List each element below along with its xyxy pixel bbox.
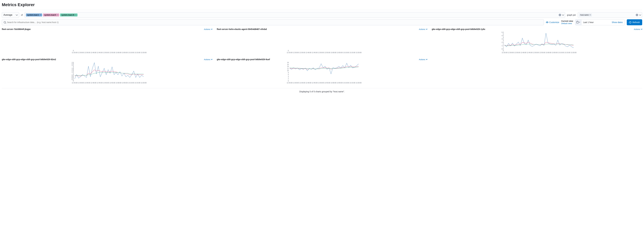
- svg-text:1.4: 1.4: [72, 70, 74, 72]
- chart-plot[interactable]: 00.511.522.533.544.555.512:25:0012:30:00…: [432, 32, 642, 54]
- svg-text:12:45:00: 12:45:00: [312, 52, 318, 53]
- chart-card: fleet-server-helm-elastic-agent-59454d84…: [217, 28, 427, 55]
- svg-text:0: 0: [288, 50, 289, 51]
- svg-text:5: 5: [503, 33, 504, 35]
- search-icon: [4, 21, 6, 23]
- graph-per-input[interactable]: host.name× ×: [578, 12, 642, 18]
- svg-text:14: 14: [287, 66, 289, 67]
- svg-text:0.5: 0.5: [502, 48, 504, 50]
- chart-title: gke-edge-oblt-gcp-edge-oblt-gcp-pool-b6b…: [2, 58, 56, 61]
- current-view-label: Current view: [561, 20, 573, 22]
- chevron-down-icon: [562, 14, 564, 16]
- svg-text:12:30:00: 12:30:00: [293, 52, 299, 53]
- search-input-wrapper[interactable]: [2, 19, 544, 25]
- svg-text:12:25:00: 12:25:00: [72, 52, 78, 53]
- svg-text:2.5: 2.5: [502, 42, 504, 43]
- chart-actions-button[interactable]: Actions: [419, 28, 427, 30]
- svg-text:13:00:00: 13:00:00: [116, 82, 122, 84]
- svg-text:12:50:00: 12:50:00: [103, 52, 109, 53]
- svg-text:0: 0: [288, 80, 289, 82]
- metric-pill[interactable]: system.load.5×: [43, 13, 59, 16]
- search-input[interactable]: [7, 21, 542, 23]
- svg-text:3: 3: [503, 40, 504, 41]
- group-by-pill[interactable]: host.name×: [579, 13, 592, 16]
- metric-pill[interactable]: system.load.1×: [26, 13, 42, 16]
- clear-icon[interactable]: ×: [559, 14, 561, 16]
- actions-label: Actions: [419, 28, 425, 30]
- remove-icon[interactable]: ×: [590, 14, 591, 16]
- svg-text:12:30:00: 12:30:00: [293, 82, 299, 84]
- show-dates-link[interactable]: Show dates: [610, 21, 624, 23]
- svg-text:12:25:00: 12:25:00: [287, 52, 292, 53]
- svg-text:0.2: 0.2: [72, 79, 74, 80]
- date-picker[interactable]: Last 1 hour Show dates: [575, 19, 625, 25]
- refresh-icon: [629, 21, 631, 23]
- chart-plot[interactable]: 012:25:0012:30:0012:35:0012:40:0012:45:0…: [2, 32, 212, 54]
- remove-icon[interactable]: ×: [57, 14, 58, 16]
- svg-text:1.5: 1.5: [502, 45, 504, 47]
- svg-text:12:50:00: 12:50:00: [103, 82, 109, 84]
- svg-text:12:55:00: 12:55:00: [324, 52, 330, 53]
- svg-text:12:35:00: 12:35:00: [84, 52, 90, 53]
- actions-label: Actions: [634, 28, 640, 30]
- svg-text:12:30:00: 12:30:00: [78, 82, 84, 84]
- svg-text:2: 2: [288, 78, 289, 80]
- svg-text:13:15:00: 13:15:00: [564, 52, 570, 53]
- svg-text:12:50:00: 12:50:00: [318, 52, 324, 53]
- series-system.load.5: [290, 66, 358, 69]
- chevron-down-icon: [16, 14, 18, 16]
- chart-card: gke-edge-oblt-gcp-edge-oblt-gcp-pool-b6b…: [432, 28, 642, 55]
- svg-text:13:10:00: 13:10:00: [128, 82, 134, 84]
- svg-text:0: 0: [73, 80, 74, 82]
- chevron-down-icon: [211, 58, 212, 60]
- date-range-value: Last 1 hour: [581, 21, 610, 23]
- svg-text:4: 4: [503, 36, 504, 38]
- chart-actions-button[interactable]: Actions: [634, 28, 642, 30]
- eye-icon: [546, 21, 548, 23]
- remove-icon[interactable]: ×: [75, 14, 76, 16]
- svg-text:13:05:00: 13:05:00: [122, 82, 128, 84]
- remove-icon[interactable]: ×: [40, 14, 41, 16]
- svg-text:13:05:00: 13:05:00: [552, 52, 558, 53]
- svg-text:12:35:00: 12:35:00: [514, 52, 520, 53]
- chart-plot[interactable]: 012:25:0012:30:0012:35:0012:40:0012:45:0…: [217, 32, 427, 54]
- svg-text:12:50:00: 12:50:00: [533, 52, 539, 53]
- customize-button[interactable]: Customize: [546, 21, 559, 23]
- chart-actions-button[interactable]: Actions: [419, 58, 427, 61]
- divider: [2, 88, 642, 88]
- series-system.load.1: [75, 63, 144, 79]
- svg-text:0: 0: [73, 50, 74, 51]
- calendar-button[interactable]: [575, 19, 581, 25]
- svg-text:13:15:00: 13:15:00: [350, 82, 355, 84]
- chart-title: fleet-server-7dc69844f-jkqgw: [2, 28, 30, 30]
- default-view-link[interactable]: Default view: [561, 22, 573, 25]
- svg-text:12:55:00: 12:55:00: [324, 82, 330, 84]
- chevron-down-icon: [211, 28, 212, 30]
- svg-text:12:55:00: 12:55:00: [109, 52, 115, 53]
- chart-actions-button[interactable]: Actions: [204, 28, 212, 30]
- svg-text:13:05:00: 13:05:00: [337, 52, 343, 53]
- chart-plot[interactable]: 00.20.40.60.811.21.41.61.822.22.42.612:2…: [2, 62, 212, 84]
- svg-text:13:10:00: 13:10:00: [128, 52, 134, 53]
- svg-text:13:00:00: 13:00:00: [330, 82, 336, 84]
- refresh-button[interactable]: Refresh: [627, 19, 642, 25]
- svg-text:12:35:00: 12:35:00: [84, 82, 90, 84]
- svg-text:12:45:00: 12:45:00: [97, 82, 103, 84]
- chart-plot[interactable]: 02468101214161812:25:0012:30:0012:35:001…: [217, 62, 427, 84]
- series-system.load.5: [75, 70, 144, 76]
- aggregation-select[interactable]: Average: [2, 12, 19, 18]
- result-summary: Displaying 5 of 5 charts grouped by "hos…: [2, 90, 642, 93]
- clear-icon[interactable]: ×: [636, 14, 638, 16]
- metrics-input[interactable]: system.load.1×system.load.5×system.load.…: [24, 12, 565, 18]
- metric-pill[interactable]: system.load.15×: [60, 13, 77, 16]
- chevron-down-icon: [641, 28, 642, 30]
- svg-text:12: 12: [287, 68, 289, 70]
- chart-actions-button[interactable]: Actions: [204, 58, 212, 61]
- svg-text:0.6: 0.6: [72, 76, 74, 78]
- aggregation-value: Average: [4, 14, 12, 16]
- svg-text:1: 1: [503, 47, 504, 48]
- metric-label: system.load.1: [27, 14, 39, 16]
- svg-text:16: 16: [287, 64, 289, 66]
- svg-text:13:20:00: 13:20:00: [571, 52, 576, 53]
- chart-title: gke-edge-oblt-gcp-edge-oblt-gcp-pool-b6b…: [432, 28, 485, 30]
